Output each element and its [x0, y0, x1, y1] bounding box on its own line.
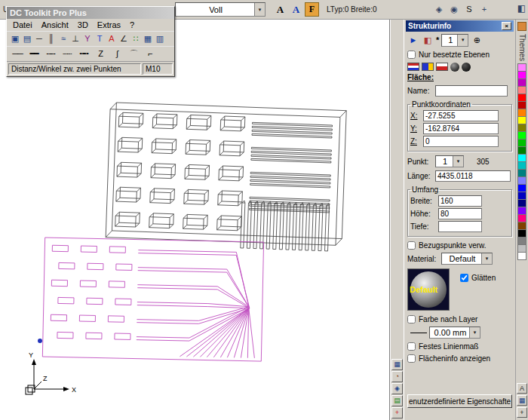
chevron-down-icon[interactable]: ▼ [457, 35, 468, 46]
integral-icon[interactable]: ∫ [109, 48, 125, 60]
tiefe-input[interactable] [438, 221, 482, 232]
font-color-a-button[interactable]: A [289, 2, 303, 17]
bold-line-icon[interactable]: ━━ [26, 48, 42, 60]
farbe-nach-layer-label: Farbe nach Layer [419, 315, 477, 323]
palette-grid-icon[interactable]: ▦ [517, 395, 527, 406]
material-combo[interactable]: Default ▼ [441, 253, 493, 265]
chevron-down-icon[interactable]: ▼ [453, 156, 463, 167]
parallel-lines-icon[interactable]: ║ [45, 33, 57, 45]
chevron-down-icon[interactable]: ▼ [254, 3, 265, 16]
y-input[interactable] [423, 123, 499, 134]
hoehe-label: Höhe: [410, 210, 436, 218]
farbe-nach-layer-checkbox[interactable] [407, 315, 416, 323]
chevron-down-icon[interactable]: ▼ [481, 253, 492, 264]
toolkit-window[interactable]: DC Toolkit Pro Plus Datei Ansicht 3D Ext… [6, 6, 175, 77]
punkt-combo[interactable]: 1 ▼ [435, 155, 464, 167]
menu-item-datei[interactable]: Datei [8, 20, 37, 29]
perpendicular-icon[interactable]: ⊥ [69, 33, 81, 45]
themes-tab[interactable]: Themes [518, 34, 526, 61]
menu-item-ansicht[interactable]: Ansicht [37, 20, 73, 29]
ball-icon-2[interactable] [462, 63, 471, 72]
hoehe-input[interactable] [438, 208, 482, 219]
toolkit-titlebar[interactable]: DC Toolkit Pro Plus [7, 7, 174, 19]
spline-icon[interactable]: ≈ [57, 33, 69, 45]
f-style-button[interactable]: F [305, 2, 319, 17]
themes-tab-icon[interactable] [517, 22, 526, 31]
z-input[interactable] [423, 136, 499, 147]
y-label[interactable]: Y: [410, 124, 421, 133]
solid-line-icon[interactable]: ── [9, 48, 26, 60]
line-width-sample [410, 333, 427, 333]
color-swatch[interactable] [517, 252, 526, 260]
grid-tool-icon[interactable]: ▦ [391, 359, 403, 370]
chevron-down-icon[interactable]: ▼ [469, 327, 480, 338]
dotted-line-icon[interactable]: ┈┈ [59, 48, 75, 60]
s-icon[interactable]: S [463, 4, 475, 16]
panel-toggle-icon[interactable]: ◧ [517, 3, 526, 14]
panel-titlebar[interactable]: Strukturinfo × [406, 20, 514, 32]
breite-input[interactable] [438, 195, 482, 207]
flag-icon-3[interactable] [436, 63, 448, 71]
flag-icon-2[interactable] [422, 63, 434, 71]
ball-icon-1[interactable] [450, 63, 459, 72]
nur-besetzte-row: Nur besetzte Ebenen [407, 48, 512, 60]
add-tool-icon[interactable]: + [391, 407, 403, 418]
nur-besetzte-checkbox[interactable] [407, 51, 416, 59]
flaecheninfo-checkbox[interactable] [407, 354, 416, 363]
angle-icon[interactable]: ∠ [118, 33, 130, 45]
menu-item-help[interactable]: ? [125, 20, 139, 29]
visibility-icon[interactable]: ◉ [448, 4, 460, 16]
punkt-count: 305 [477, 158, 490, 166]
line-icon[interactable]: ─ [33, 33, 45, 45]
z-label[interactable]: Z: [410, 137, 421, 146]
drawing-canvas[interactable]: Y Z X [0, 20, 390, 420]
z-order-icon[interactable]: Z [92, 48, 109, 60]
axis-y-label: Y [29, 351, 33, 359]
snap-icon[interactable]: + [478, 4, 490, 16]
name-input[interactable] [435, 85, 508, 97]
redraw-icon[interactable]: ◈ [433, 4, 445, 16]
film-icon[interactable]: ▤ [21, 33, 33, 45]
snap-tool-icon[interactable]: ◈ [391, 383, 403, 394]
rotate-tool-icon[interactable]: ◔ [391, 371, 403, 382]
flag-icon-1[interactable] [407, 63, 419, 71]
font-bold-a-button[interactable]: A [273, 2, 287, 17]
cells-icon[interactable]: ▥ [154, 33, 166, 45]
cursor-icon[interactable]: ► [407, 34, 419, 46]
add-color-icon[interactable]: + [517, 407, 527, 418]
points-icon[interactable]: ∷ [130, 33, 142, 45]
font-icon[interactable]: A [106, 33, 118, 45]
laenge-input[interactable] [435, 170, 511, 182]
line-width-combo[interactable]: 0.00 mm ▼ [429, 326, 480, 339]
screen-icon[interactable]: ▣ [9, 33, 21, 45]
axis-z-label: Z [43, 375, 48, 382]
glaetten-checkbox[interactable] [460, 274, 468, 282]
close-icon[interactable]: × [502, 22, 511, 30]
layers-tool-icon[interactable]: ▤ [391, 395, 403, 406]
bezugspunkte-checkbox[interactable] [407, 241, 416, 250]
corner-icon[interactable]: ⌐ [142, 48, 158, 60]
layer-combo[interactable]: 1 ▼ [441, 34, 468, 47]
attributes-icon[interactable]: A [517, 383, 527, 394]
custom-properties-button[interactable]: enutzerdefinierte Eigenschafte [407, 394, 512, 408]
brush-icon[interactable]: ◧ [422, 34, 434, 46]
dashed-line-icon[interactable]: ╌╌ [42, 48, 59, 60]
star-label: * [436, 35, 439, 44]
table-icon[interactable]: ▦ [142, 33, 154, 45]
fill-style-combo[interactable]: Voll ▼ [175, 2, 266, 17]
dashdot-line-icon[interactable]: ╍╍ [75, 48, 92, 60]
flaeche-link[interactable]: Fläche: [407, 73, 512, 84]
menu-item-3d[interactable]: 3D [73, 20, 93, 29]
menu-item-extras[interactable]: Extras [93, 20, 125, 29]
umfang-legend: Umfang [410, 185, 440, 194]
pin-icon[interactable]: ⊕ [471, 34, 483, 46]
y-branch-icon[interactable]: Y [81, 33, 94, 45]
material-preview[interactable]: Default [407, 268, 450, 311]
layer-value: 1 [445, 35, 456, 44]
punkt-value: 1 [439, 157, 451, 166]
x-input[interactable] [423, 110, 499, 121]
festes-linienmass-checkbox[interactable] [407, 342, 416, 351]
x-label[interactable]: X: [410, 112, 421, 120]
text-icon[interactable]: T [94, 33, 106, 45]
arc-icon[interactable]: ⌒ [125, 48, 142, 60]
